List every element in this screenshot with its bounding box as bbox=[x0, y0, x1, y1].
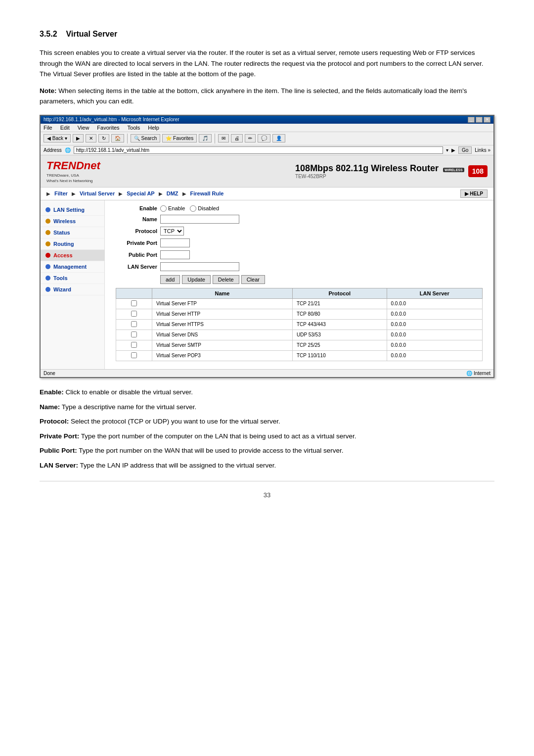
close-button[interactable]: ✕ bbox=[484, 117, 490, 123]
add-button[interactable]: add bbox=[160, 275, 180, 284]
row-name-4: Virtual Server SMTP bbox=[152, 340, 292, 350]
sidebar-dot-access bbox=[45, 253, 50, 258]
menu-help[interactable]: Help bbox=[148, 125, 159, 131]
enable-radio-disabled[interactable]: Disabled bbox=[190, 205, 219, 212]
sidebar-item-wizard[interactable]: Wizard bbox=[41, 284, 104, 295]
sidebar-item-status[interactable]: Status bbox=[41, 227, 104, 238]
enable-radio-input[interactable] bbox=[160, 205, 167, 212]
desc-enable: Enable: Click to enable or disable the v… bbox=[40, 387, 494, 398]
table-row[interactable]: Virtual Server SMTP TCP 25/25 0.0.0.0 bbox=[116, 340, 483, 350]
menu-favorites[interactable]: Favorites bbox=[97, 125, 119, 131]
note-paragraph: Note: When selecting items in the table … bbox=[40, 86, 494, 107]
search-button[interactable]: 🔍 Search bbox=[131, 134, 160, 142]
update-button[interactable]: Update bbox=[182, 275, 210, 284]
name-input[interactable] bbox=[160, 215, 239, 224]
sidebar-item-lan[interactable]: LAN Setting bbox=[41, 204, 104, 216]
menu-tools[interactable]: Tools bbox=[128, 125, 140, 131]
brand-sub1: TRENDware, USA bbox=[46, 173, 100, 178]
public-port-input[interactable] bbox=[160, 250, 190, 259]
forward-button[interactable]: ▶ bbox=[73, 134, 84, 142]
home-button[interactable]: 🏠 bbox=[111, 134, 124, 142]
browser-titlebar: http://192.168.1.1/adv_virtual.htm - Mic… bbox=[41, 116, 493, 124]
minimize-button[interactable]: _ bbox=[468, 117, 475, 123]
row-checkbox-0[interactable] bbox=[116, 298, 152, 309]
enable-radio-group: Enable Disabled bbox=[160, 205, 219, 212]
browser-menubar: File Edit View Favorites Tools Help bbox=[41, 124, 493, 132]
row-check-4[interactable] bbox=[131, 342, 137, 348]
row-checkbox-1[interactable] bbox=[116, 309, 152, 319]
table-row[interactable]: Virtual Server HTTP TCP 80/80 0.0.0.0 bbox=[116, 309, 483, 319]
table-row[interactable]: Virtual Server HTTPS TCP 443/443 0.0.0.0 bbox=[116, 319, 483, 330]
lan-server-input[interactable] bbox=[160, 262, 239, 271]
col-name: Name bbox=[152, 288, 292, 298]
row-name-0: Virtual Server FTP bbox=[152, 298, 292, 309]
row-checkbox-3[interactable] bbox=[116, 330, 152, 340]
row-check-3[interactable] bbox=[131, 331, 137, 337]
private-port-input[interactable] bbox=[160, 238, 190, 247]
row-check-2[interactable] bbox=[131, 321, 137, 327]
stop-button[interactable]: ✕ bbox=[86, 134, 96, 142]
row-checkbox-2[interactable] bbox=[116, 319, 152, 330]
address-input[interactable]: http://192.168.1.1/adv_virtual.htm bbox=[74, 146, 443, 154]
favorites-button[interactable]: ⭐ Favorites bbox=[162, 134, 197, 142]
nav-filter[interactable]: Filter bbox=[52, 189, 70, 197]
table-row[interactable]: Virtual Server POP3 TCP 110/110 0.0.0.0 bbox=[116, 350, 483, 361]
links-label[interactable]: Links » bbox=[475, 147, 490, 153]
table-row[interactable]: Virtual Server DNS UDP 53/53 0.0.0.0 bbox=[116, 330, 483, 340]
row-checkbox-4[interactable] bbox=[116, 340, 152, 350]
desc-name: Name: Type a descriptive name for the vi… bbox=[40, 402, 494, 413]
intro-paragraph: This screen enables you to create a virt… bbox=[40, 47, 494, 80]
browser-toolbar: ◀ Back ▾ ▶ ✕ ↻ 🏠 🔍 Search ⭐ Favorites 🎵 … bbox=[41, 132, 493, 145]
row-check-5[interactable] bbox=[131, 352, 137, 358]
enable-row: Enable Enable Disabled bbox=[113, 205, 486, 212]
row-protocol-0: TCP 21/21 bbox=[293, 298, 387, 309]
nav-dmz[interactable]: DMZ bbox=[165, 189, 180, 197]
clear-button[interactable]: Clear bbox=[241, 275, 265, 284]
browser-window: http://192.168.1.1/adv_virtual.htm - Mic… bbox=[40, 115, 494, 378]
server-table: Name Protocol LAN Server Virtual Server … bbox=[116, 288, 483, 361]
table-row[interactable]: Virtual Server FTP TCP 21/21 0.0.0.0 bbox=[116, 298, 483, 309]
sidebar-dot-wizard bbox=[45, 287, 50, 292]
globe-status-icon: 🌐 bbox=[466, 371, 472, 376]
enable-radio-enable[interactable]: Enable bbox=[160, 205, 185, 212]
model-area: 108Mbps 802.11g Wireless Router WIRELESS… bbox=[295, 163, 488, 179]
protocol-select[interactable]: TCP bbox=[160, 227, 184, 236]
row-check-0[interactable] bbox=[131, 300, 137, 306]
messenger-button[interactable]: 👤 bbox=[272, 134, 285, 142]
sidebar-item-routing[interactable]: Routing bbox=[41, 238, 104, 250]
row-lan-5: 0.0.0.0 bbox=[387, 350, 482, 361]
section-title: 3.5.2 Virtual Server bbox=[40, 30, 494, 39]
menu-file[interactable]: File bbox=[44, 125, 52, 131]
edit-button[interactable]: ✏ bbox=[245, 134, 256, 142]
refresh-button[interactable]: ↻ bbox=[98, 134, 109, 142]
delete-button[interactable]: Delete bbox=[213, 275, 239, 284]
protocol-row: Protocol TCP bbox=[113, 227, 486, 236]
sidebar-item-access[interactable]: Access bbox=[41, 250, 104, 261]
disabled-radio-input[interactable] bbox=[190, 205, 196, 212]
sidebar: LAN Setting Wireless Status Routing Acce… bbox=[41, 200, 105, 369]
descriptions-area: Enable: Click to enable or disable the v… bbox=[40, 387, 494, 471]
help-button[interactable]: ▶ HELP bbox=[460, 189, 488, 198]
row-checkbox-5[interactable] bbox=[116, 350, 152, 361]
mail-button[interactable]: ✉ bbox=[218, 134, 229, 142]
brand-sub2: What's Next in Networking bbox=[46, 179, 100, 183]
discuss-button[interactable]: 💬 bbox=[258, 134, 270, 142]
media-button[interactable]: 🎵 bbox=[199, 134, 212, 142]
print-button[interactable]: 🖨 bbox=[231, 134, 243, 142]
sidebar-item-management[interactable]: Management bbox=[41, 261, 104, 273]
menu-edit[interactable]: Edit bbox=[60, 125, 70, 131]
sidebar-dot-routing bbox=[45, 241, 50, 246]
globe-icon: 🌐 bbox=[65, 147, 71, 153]
dropdown-arrow[interactable]: ▾ bbox=[446, 147, 448, 153]
sidebar-item-tools[interactable]: Tools bbox=[41, 273, 104, 284]
maximize-button[interactable]: □ bbox=[476, 117, 483, 123]
nav-firewall[interactable]: Firewall Rule bbox=[188, 189, 226, 197]
go-button[interactable]: Go bbox=[458, 146, 472, 154]
sidebar-item-wireless[interactable]: Wireless bbox=[41, 216, 104, 227]
menu-view[interactable]: View bbox=[78, 125, 89, 131]
row-check-1[interactable] bbox=[131, 311, 137, 317]
nav-special-ap[interactable]: Special AP bbox=[125, 189, 156, 197]
nav-virtual-server[interactable]: Virtual Server bbox=[78, 189, 117, 197]
back-button[interactable]: ◀ Back ▾ bbox=[44, 134, 71, 142]
public-port-row: Public Port bbox=[113, 250, 486, 259]
